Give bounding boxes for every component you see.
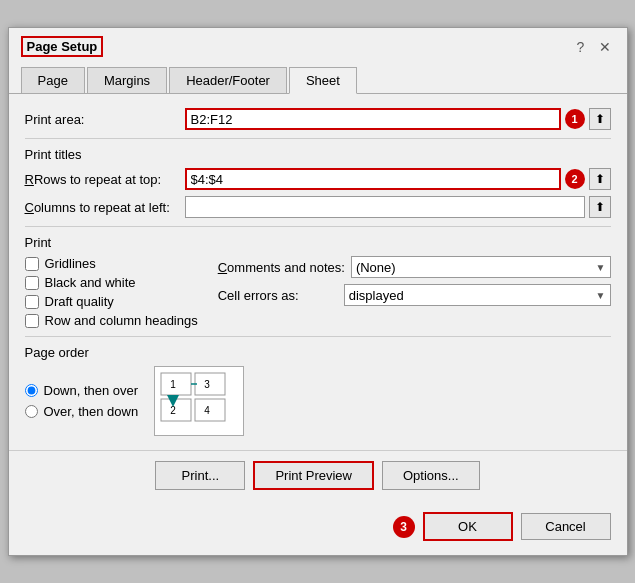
print-area-label: Print area: <box>25 112 185 127</box>
svg-text:3: 3 <box>204 379 210 390</box>
badge-2: 2 <box>565 169 585 189</box>
page-order-section: Page order Down, then over Over, then do… <box>25 345 611 436</box>
page-order-diagram: 1 3 2 4 <box>154 366 244 436</box>
black-white-checkbox[interactable] <box>25 276 39 290</box>
tab-bar: Page Margins Header/Footer Sheet <box>9 61 627 94</box>
print-area-input[interactable] <box>185 108 561 130</box>
svg-text:2: 2 <box>170 405 176 416</box>
comments-label: Comments and notes: <box>218 260 345 275</box>
draft-quality-label: Draft quality <box>45 294 114 309</box>
print-button[interactable]: Print... <box>155 461 245 490</box>
comments-dropdown-arrow: ▼ <box>596 262 606 273</box>
comments-value: (None) <box>356 260 396 275</box>
errors-dropdown-arrow: ▼ <box>596 290 606 301</box>
rows-repeat-label: RRows to repeat at top: <box>25 172 185 187</box>
errors-row: Cell errors as: displayed ▼ <box>218 284 611 306</box>
print-area-row: Print area: 1 ⬆ <box>25 108 611 130</box>
black-white-row: Black and white <box>25 275 198 290</box>
cols-repeat-row: Columns to repeat at left: ⬆ <box>25 196 611 218</box>
errors-label: Cell errors as: <box>218 288 338 303</box>
gridlines-label: Gridlines <box>45 256 96 271</box>
ok-cancel-row: 3 OK Cancel <box>9 504 627 555</box>
options-button[interactable]: Options... <box>382 461 480 490</box>
errors-dropdown[interactable]: displayed ▼ <box>344 284 611 306</box>
rows-repeat-input[interactable] <box>185 168 561 190</box>
svg-rect-2 <box>161 399 191 421</box>
down-then-over-row: Down, then over <box>25 383 139 398</box>
cols-repeat-input[interactable] <box>185 196 585 218</box>
row-col-headings-row: Row and column headings <box>25 313 198 328</box>
page-order-radios: Down, then over Over, then down <box>25 383 139 419</box>
comments-row: Comments and notes: (None) ▼ <box>218 256 611 278</box>
svg-rect-0 <box>161 373 191 395</box>
svg-text:4: 4 <box>204 405 210 416</box>
row-col-headings-checkbox[interactable] <box>25 314 39 328</box>
rows-repeat-collapse-btn[interactable]: ⬆ <box>589 168 611 190</box>
badge-3: 3 <box>393 516 415 538</box>
badge-1: 1 <box>565 109 585 129</box>
cancel-button[interactable]: Cancel <box>521 513 611 540</box>
over-then-down-radio[interactable] <box>25 405 38 418</box>
print-area-collapse-btn[interactable]: ⬆ <box>589 108 611 130</box>
rows-repeat-row: RRows to repeat at top: 2 ⬆ <box>25 168 611 190</box>
ok-button[interactable]: OK <box>423 512 513 541</box>
tab-margins[interactable]: Margins <box>87 67 167 93</box>
title-bar: Page Setup ? ✕ <box>9 28 627 61</box>
tab-page[interactable]: Page <box>21 67 85 93</box>
cols-repeat-collapse-btn[interactable]: ⬆ <box>589 196 611 218</box>
draft-quality-row: Draft quality <box>25 294 198 309</box>
page-setup-dialog: Page Setup ? ✕ Page Margins Header/Foote… <box>8 27 628 556</box>
print-preview-button[interactable]: Print Preview <box>253 461 374 490</box>
black-white-label: Black and white <box>45 275 136 290</box>
over-then-down-label: Over, then down <box>44 404 139 419</box>
dialog-title: Page Setup <box>21 36 104 57</box>
page-order-label: Page order <box>25 345 611 360</box>
gridlines-row: Gridlines <box>25 256 198 271</box>
close-button[interactable]: ✕ <box>595 37 615 57</box>
over-then-down-row: Over, then down <box>25 404 139 419</box>
cols-repeat-label: Columns to repeat at left: <box>25 200 185 215</box>
gridlines-checkbox[interactable] <box>25 257 39 271</box>
down-then-over-label: Down, then over <box>44 383 139 398</box>
svg-rect-3 <box>195 399 225 421</box>
print-titles-label: Print titles <box>25 147 611 162</box>
row-col-headings-label: Row and column headings <box>45 313 198 328</box>
action-button-row: Print... Print Preview Options... <box>9 450 627 504</box>
draft-quality-checkbox[interactable] <box>25 295 39 309</box>
print-checkboxes: Gridlines Black and white Draft quality … <box>25 256 198 328</box>
print-dropdowns: Comments and notes: (None) ▼ Cell errors… <box>218 256 611 328</box>
tab-header-footer[interactable]: Header/Footer <box>169 67 287 93</box>
svg-rect-1 <box>195 373 225 395</box>
svg-text:1: 1 <box>170 379 176 390</box>
tab-sheet[interactable]: Sheet <box>289 67 357 94</box>
help-button[interactable]: ? <box>571 37 591 57</box>
print-section-label: Print <box>25 235 611 250</box>
comments-dropdown[interactable]: (None) ▼ <box>351 256 611 278</box>
errors-value: displayed <box>349 288 404 303</box>
down-then-over-radio[interactable] <box>25 384 38 397</box>
